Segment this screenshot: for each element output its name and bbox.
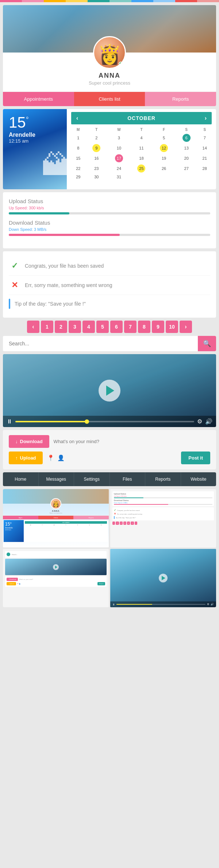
alert-error-text: Err, sorry mate, something went wrong	[25, 282, 112, 288]
volume-icon[interactable]: 🔊	[205, 418, 212, 425]
thumb-status: Upload Status Up Speed: 300 kb/s Downloa…	[110, 489, 216, 547]
tab-reports[interactable]: Reports	[145, 92, 216, 106]
thumbnail-grid: 👸 ANNA Super cool princess Appts Clients…	[3, 489, 216, 607]
settings-icon[interactable]: ⚙	[197, 418, 202, 425]
alert-success: ✓ Congrats, your file has been saved	[9, 256, 210, 276]
video-controls: ⏸ ⚙ 🔊	[3, 416, 216, 427]
alert-info: Tip of the day: "Save your file !"	[9, 295, 210, 313]
snow-icon: 🏔	[41, 148, 67, 182]
download-button[interactable]: ↓ Download	[9, 435, 49, 448]
post-input[interactable]	[54, 439, 210, 444]
avatar: 👸	[93, 36, 126, 69]
search-icon: 🔍	[203, 340, 211, 348]
upload-button[interactable]: ↑ Upload	[9, 452, 43, 464]
bottom-nav: Home Messages Settings Files Reports Web…	[3, 472, 216, 486]
video-progress-bar[interactable]	[15, 421, 194, 422]
page-8[interactable]: 8	[138, 321, 150, 333]
weather-calendar: 15° Arendelle 12:15 am 🏔 ‹ OCTOBER › M T…	[3, 109, 216, 189]
profile-avatar-wrap: 👸	[3, 36, 216, 69]
nav-messages[interactable]: Messages	[39, 472, 74, 486]
online-indicator	[119, 62, 123, 66]
search-input[interactable]	[3, 336, 198, 351]
search-section: 🔍	[3, 336, 216, 351]
video-progress-fill	[15, 421, 87, 422]
download-speed-label: Down Speed: 3 MB/s	[9, 227, 210, 232]
download-status-label: Download Status	[9, 220, 210, 226]
profile-section: 👸 ANNA Super cool princess Appointments …	[3, 5, 216, 106]
tab-clients[interactable]: Clients list	[74, 92, 145, 106]
upload-arrow-icon: ↑	[15, 455, 18, 461]
page-1[interactable]: 1	[41, 321, 53, 333]
info-bar-icon	[9, 299, 10, 309]
pagination-next[interactable]: ›	[180, 321, 192, 333]
upload-row: ↑ Upload 📍 👤 Post it	[9, 452, 210, 464]
page-5[interactable]: 5	[96, 321, 109, 333]
person-icon[interactable]: 👤	[57, 454, 65, 461]
download-row: ↓ Download	[9, 435, 210, 448]
weather-temperature: 15°	[9, 115, 61, 130]
calendar-panel: ‹ OCTOBER › M T W T F S S 1 2	[67, 109, 216, 189]
calendar-prev-button[interactable]: ‹	[75, 115, 80, 121]
nav-settings[interactable]: Settings	[74, 472, 110, 486]
calendar-grid: M T W T F S S 1 2 3 4 5 6 7	[71, 127, 212, 180]
color-bar	[0, 0, 219, 2]
page-4[interactable]: 4	[82, 321, 95, 333]
weather-time: 12:15 am	[9, 138, 61, 144]
upload-bar-track	[9, 212, 210, 214]
post-icons: 📍 👤	[47, 454, 65, 461]
video-progress-thumb	[85, 419, 89, 424]
upload-label: Upload	[20, 455, 36, 461]
page-7[interactable]: 7	[124, 321, 137, 333]
x-icon: ✕	[9, 279, 20, 291]
calendar-month: OCTOBER	[127, 115, 155, 121]
alerts-section: ✓ Congrats, your file has been saved ✕ E…	[3, 251, 216, 318]
play-button[interactable]	[99, 380, 120, 402]
thumb-download: Search... ↓ Download What's on your mind…	[3, 549, 109, 607]
upload-bar-fill	[9, 212, 69, 214]
profile-tagline: Super cool princess	[3, 80, 216, 86]
weather-city: Arendelle	[9, 132, 61, 138]
page-9[interactable]: 9	[152, 321, 164, 333]
download-bar-fill	[9, 234, 120, 236]
weather-panel: 15° Arendelle 12:15 am 🏔	[3, 109, 67, 189]
video-section: ⏸ ⚙ 🔊	[3, 354, 216, 427]
pause-button[interactable]: ⏸	[7, 418, 12, 425]
nav-website[interactable]: Website	[181, 472, 216, 486]
nav-home[interactable]: Home	[3, 472, 39, 486]
alert-success-text: Congrats, your file has been saved	[25, 263, 104, 269]
thumb-video: ⏸ ⚙ 🔊	[110, 549, 216, 607]
download-arrow-icon: ↓	[15, 439, 18, 444]
page-6[interactable]: 6	[110, 321, 123, 333]
calendar-header: ‹ OCTOBER ›	[71, 112, 212, 124]
download-label: Download	[20, 439, 43, 444]
alert-error: ✕ Err, sorry mate, something went wrong	[9, 276, 210, 295]
location-icon[interactable]: 📍	[47, 454, 54, 461]
thumb-profile: 👸 ANNA Super cool princess Appts Clients…	[3, 489, 109, 547]
play-icon	[106, 385, 114, 396]
page-2[interactable]: 2	[55, 321, 67, 333]
download-bar-track	[9, 234, 210, 236]
action-section: ↓ Download ↑ Upload 📍 👤 Post it	[3, 430, 216, 469]
upload-status-label: Upload Status	[9, 198, 210, 204]
page-10[interactable]: 10	[166, 321, 178, 333]
status-section: Upload Status Up Speed: 300 kb/s Downloa…	[3, 192, 216, 248]
nav-reports[interactable]: Reports	[145, 472, 181, 486]
profile-name: ANNA	[3, 72, 216, 80]
nav-files[interactable]: Files	[110, 472, 146, 486]
pagination: ‹ 1 2 3 4 5 6 7 8 9 10 ›	[3, 321, 216, 333]
search-button[interactable]: 🔍	[198, 336, 216, 351]
calendar-next-button[interactable]: ›	[203, 115, 208, 121]
post-button[interactable]: Post it	[181, 452, 210, 464]
pagination-prev[interactable]: ‹	[27, 321, 39, 333]
alert-info-text: Tip of the day: "Save your file !"	[15, 301, 86, 307]
tab-appointments[interactable]: Appointments	[3, 92, 74, 106]
profile-tabs: Appointments Clients list Reports	[3, 92, 216, 106]
upload-speed-label: Up Speed: 300 kb/s	[9, 206, 210, 210]
check-icon: ✓	[9, 260, 20, 272]
page-3[interactable]: 3	[69, 321, 81, 333]
